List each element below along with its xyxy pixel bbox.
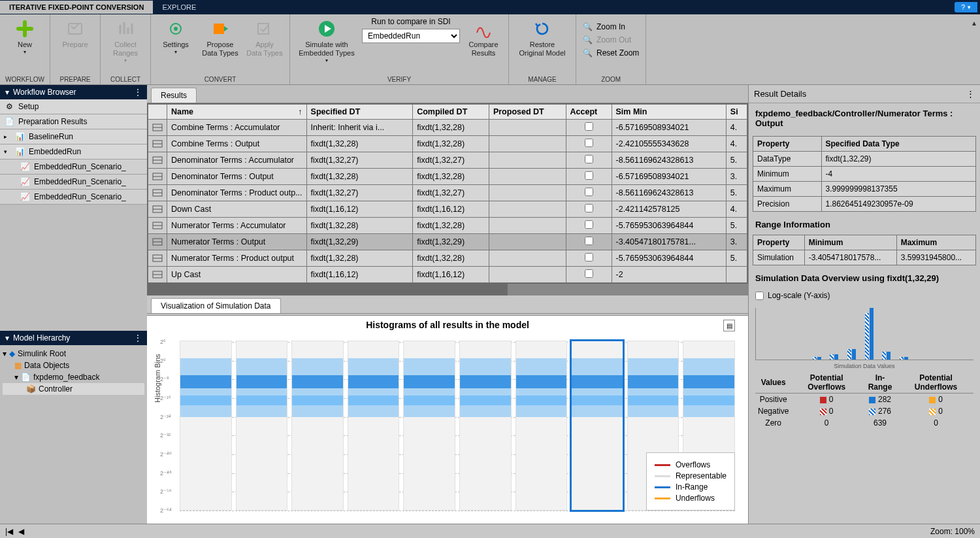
results-tab[interactable]: Results: [151, 88, 197, 103]
app-tabbar: ITERATIVE FIXED-POINT CONVERSION EXPLORE…: [0, 0, 980, 14]
svg-rect-0: [69, 24, 82, 34]
viz-panel: Histograms of all results in the model ▤…: [147, 315, 748, 524]
accept-checkbox[interactable]: [585, 253, 593, 261]
compare-results-button[interactable]: Compare Results: [463, 17, 504, 59]
collect-ranges-button[interactable]: Collect Ranges▾: [105, 17, 146, 65]
accept-checkbox[interactable]: [585, 171, 593, 180]
go-prev-button[interactable]: ◀: [18, 527, 24, 536]
histogram-column[interactable]: [571, 341, 623, 511]
help-button[interactable]: ?▾: [955, 2, 977, 12]
chevron-down-icon[interactable]: ▾: [5, 88, 9, 97]
table-row[interactable]: Numerator Terms : Product outputfixdt(1,…: [148, 250, 747, 267]
legend-toggle-button[interactable]: ▤: [723, 320, 735, 331]
tree-root[interactable]: ▾ ◆ Simulink Root: [3, 348, 144, 360]
wb-item-scenario[interactable]: 📈EmbeddedRun_Scenario_: [0, 160, 147, 175]
table-row[interactable]: Denominator Terms : Outputfixdt(1,32,28)…: [148, 169, 747, 185]
status-bar: |◀ ◀ Zoom: 100%: [0, 524, 980, 538]
accept-checkbox[interactable]: [585, 269, 593, 278]
workflow-browser-list: ⚙Setup 📄Preparation Results 📊BaselineRun…: [0, 99, 147, 205]
tree-model[interactable]: ▾ 📄 fxpdemo_feedback: [3, 371, 144, 383]
compare-icon: [473, 18, 494, 39]
histogram-column[interactable]: [459, 341, 512, 511]
restore-model-button[interactable]: Restore Original Model: [513, 17, 572, 59]
viz-tab[interactable]: Visualization of Simulation Data: [151, 298, 281, 313]
table-row[interactable]: Denominator Terms : Accumulatorfixdt(1,3…: [148, 152, 747, 169]
histogram-column[interactable]: [291, 341, 344, 511]
histogram-column[interactable]: [403, 341, 455, 511]
group-verify-label: VERIFY: [387, 75, 411, 84]
reset-zoom-icon: 🔍: [583, 48, 593, 58]
chevron-down-icon[interactable]: ▾: [5, 333, 9, 343]
minichart-xlabel: Simulation Data Values: [749, 363, 980, 369]
histogram-column[interactable]: [180, 341, 232, 511]
simulate-button[interactable]: Simulate with Embedded Types▾: [294, 17, 359, 65]
accept-checkbox[interactable]: [585, 220, 593, 229]
zoom-in-icon: 🔍: [583, 22, 593, 31]
group-workflow-label: WORKFLOW: [5, 75, 44, 84]
go-start-button[interactable]: |◀: [5, 527, 13, 536]
table-row[interactable]: Up Castfixdt(1,16,12)fixdt(1,16,12)-2: [148, 267, 747, 283]
zoom-in-button[interactable]: 🔍Zoom In: [580, 21, 642, 33]
propose-icon: [210, 18, 231, 39]
accept-checkbox[interactable]: [585, 237, 593, 245]
logscale-checkbox[interactable]: Log-scale (Y-axis): [755, 291, 973, 300]
scenario-icon: 📈: [20, 192, 30, 201]
wb-item-embeddedrun[interactable]: 📊EmbeddedRun: [0, 144, 147, 160]
accept-checkbox[interactable]: [585, 139, 593, 147]
table-row[interactable]: Down Castfixdt(1,16,12)fixdt(1,16,12)-2.…: [148, 201, 747, 218]
result-details-panel: Result Details⋮ fxpdemo_feedback/Control…: [748, 85, 980, 524]
table-row[interactable]: Numerator Terms : Accumulatorfixdt(1,32,…: [148, 218, 747, 234]
play-icon: [316, 18, 337, 39]
zoom-label: Zoom: 100%: [930, 527, 975, 536]
settings-button[interactable]: Settings▾: [155, 17, 197, 57]
histogram-column[interactable]: [348, 341, 400, 511]
model-hierarchy-menu[interactable]: ⋮: [134, 333, 142, 343]
group-zoom-label: ZOOM: [601, 75, 621, 84]
wb-item-preparation[interactable]: 📄Preparation Results: [0, 114, 147, 129]
result-details-menu[interactable]: ⋮: [966, 89, 975, 99]
range-info-title: Range Information: [749, 214, 980, 232]
plus-icon: [14, 18, 35, 39]
wb-item-setup[interactable]: ⚙Setup: [0, 99, 147, 114]
histogram-column[interactable]: [515, 341, 568, 511]
new-button[interactable]: New▾: [4, 17, 46, 57]
accept-checkbox[interactable]: [585, 204, 593, 212]
zoom-out-button[interactable]: 🔍Zoom Out: [580, 34, 642, 46]
svg-rect-3: [214, 24, 224, 34]
reset-zoom-button[interactable]: 🔍Reset Zoom: [580, 47, 642, 59]
run-select[interactable]: EmbeddedRun: [362, 29, 460, 43]
table-row[interactable]: Combine Terms : AccumulatorInherit: Inhe…: [148, 120, 747, 136]
workflow-browser-menu[interactable]: ⋮: [134, 88, 142, 97]
table-row[interactable]: Combine Terms : Outputfixdt(1,32,28)fixd…: [148, 136, 747, 152]
accept-checkbox[interactable]: [585, 122, 593, 131]
apply-data-types-button[interactable]: Apply Data Types: [244, 17, 286, 59]
range-table: PropertyMinimumMaximum Simulation-3.4054…: [753, 235, 976, 265]
svg-point-2: [174, 27, 178, 31]
results-grid[interactable]: Name ↑Specified DTCompiled DTProposed DT…: [147, 103, 748, 284]
results-hscroll[interactable]: [147, 284, 748, 295]
group-manage-label: MANAGE: [528, 75, 556, 84]
table-row[interactable]: Denominator Terms : Product outp...fixdt…: [148, 185, 747, 201]
wb-item-scenario[interactable]: 📈EmbeddedRun_Scenario_: [0, 175, 147, 190]
model-hierarchy-tree: ▾ ◆ Simulink Root ▦ Data Objects ▾ 📄 fxp…: [0, 345, 147, 397]
group-collect-label: COLLECT: [110, 75, 140, 84]
tree-data-objects[interactable]: ▦ Data Objects: [3, 360, 144, 371]
prepare-button[interactable]: Prepare: [54, 17, 96, 50]
hist-legend: Overflows Representable In-Range Underfl…: [646, 452, 735, 511]
collapse-ribbon-button[interactable]: ▴: [968, 14, 980, 31]
tab-iterative[interactable]: ITERATIVE FIXED-POINT CONVERSION: [0, 1, 153, 14]
prep-icon: 📄: [4, 117, 14, 126]
collect-icon: [115, 18, 136, 39]
table-row[interactable]: Numerator Terms : Outputfixdt(1,32,29)fi…: [148, 234, 747, 250]
propose-data-types-button[interactable]: Propose Data Types: [199, 17, 241, 59]
tab-explore[interactable]: EXPLORE: [153, 1, 205, 14]
accept-checkbox[interactable]: [585, 155, 593, 163]
run-compare-label: Run to compare in SDI: [371, 17, 450, 26]
overview-table: ValuesPotential OverflowsIn-RangePotenti…: [755, 372, 973, 429]
accept-checkbox[interactable]: [585, 188, 593, 196]
wb-item-scenario[interactable]: 📈EmbeddedRun_Scenario_: [0, 190, 147, 205]
group-convert-label: CONVERT: [204, 75, 237, 84]
tree-controller[interactable]: 📦 Controller: [3, 383, 144, 395]
histogram-column[interactable]: [236, 341, 288, 511]
wb-item-baselinerun[interactable]: 📊BaselineRun: [0, 129, 147, 144]
